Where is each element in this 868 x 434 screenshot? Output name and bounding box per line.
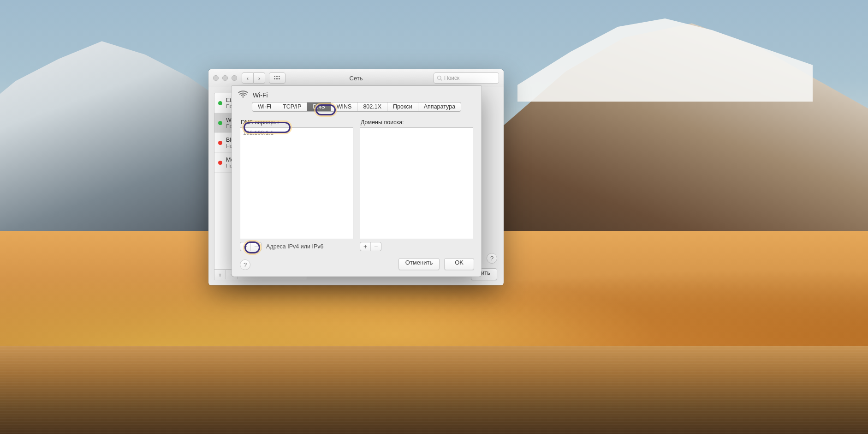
sheet-title: Wi-Fi (253, 91, 268, 99)
domain-add-button[interactable]: + (360, 242, 370, 251)
sheet-help-button[interactable]: ? (240, 259, 250, 270)
tab-8021x[interactable]: 802.1X (357, 102, 387, 111)
svg-rect-0 (274, 76, 275, 77)
window-titlebar[interactable]: ‹ › Сеть Поиск (208, 69, 504, 87)
dns-servers-list[interactable]: 192.168.1.1 (240, 127, 353, 239)
svg-line-7 (440, 79, 442, 80)
svg-rect-1 (276, 76, 278, 77)
cancel-button[interactable]: Отменить (398, 258, 440, 270)
traffic-lights (213, 75, 237, 81)
tab-wifi[interactable]: Wi-Fi (252, 102, 277, 111)
status-dot (218, 161, 222, 165)
domains-add-remove: + − (360, 242, 381, 251)
dns-hint: Адреса IPv4 или IPv6 (266, 243, 323, 250)
add-service-button[interactable]: + (214, 270, 226, 279)
minimize-button[interactable] (222, 75, 228, 81)
close-button[interactable] (213, 75, 219, 81)
grid-icon (274, 76, 280, 80)
wallpaper-lake (0, 346, 868, 434)
search-placeholder: Поиск (444, 75, 459, 81)
dns-add-remove: + − (240, 242, 262, 251)
search-input[interactable]: Поиск (434, 72, 499, 84)
status-dot (218, 141, 222, 145)
svg-rect-5 (279, 78, 280, 79)
tab-[interactable]: Аппаратура (418, 102, 461, 111)
svg-point-6 (438, 76, 441, 80)
search-domains-label: Домены поиска: (361, 119, 473, 126)
tab-wins[interactable]: WINS (331, 102, 358, 111)
dns-server-entry[interactable]: 192.168.1.1 (243, 130, 350, 136)
wallpaper-snowcap (517, 18, 813, 102)
help-button[interactable]: ? (487, 253, 497, 264)
search-domains-list[interactable] (360, 127, 473, 239)
tab-dns[interactable]: DNS (307, 102, 331, 111)
status-dot (218, 121, 222, 125)
dns-add-button[interactable]: + (240, 242, 250, 251)
tab-tcpip[interactable]: TCP/IP (277, 102, 307, 111)
svg-rect-4 (276, 78, 278, 79)
search-icon (437, 75, 442, 81)
back-button[interactable]: ‹ (242, 72, 254, 84)
domain-remove-button[interactable]: − (370, 242, 381, 251)
status-dot (218, 101, 222, 105)
desktop-wallpaper: ‹ › Сеть Поиск (0, 0, 868, 434)
tab-[interactable]: Прокси (387, 102, 418, 111)
forward-button[interactable]: › (254, 72, 265, 84)
wifi-icon (238, 90, 248, 99)
svg-point-10 (242, 96, 244, 97)
show-all-button[interactable] (269, 72, 285, 84)
dns-remove-button[interactable]: − (250, 242, 261, 251)
dns-servers-label: DNS-серверы: (241, 119, 353, 126)
svg-rect-2 (279, 76, 280, 77)
nav-back-forward: ‹ › (242, 72, 265, 84)
svg-rect-3 (274, 78, 275, 79)
ok-button[interactable]: OK (444, 258, 474, 270)
advanced-tabbar: Wi-FiTCP/IPDNSWINS802.1XПроксиАппаратура (252, 102, 461, 112)
zoom-button[interactable] (232, 75, 237, 81)
sheet-header: Wi-Fi (232, 86, 482, 102)
wifi-advanced-sheet: Wi-Fi Wi-FiTCP/IPDNSWINS802.1XПроксиАппа… (232, 86, 482, 277)
